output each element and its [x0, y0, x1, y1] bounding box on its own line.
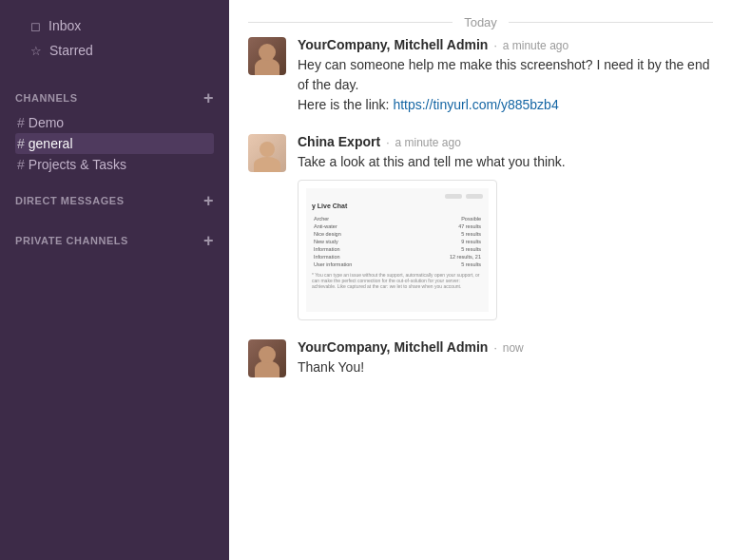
add-dm-button[interactable]: +: [203, 192, 214, 209]
channel-general-label: general: [29, 136, 73, 151]
sender-name-2: China Export: [298, 134, 380, 149]
table-row: Archer Possible: [312, 215, 483, 222]
sidebar-starred-label: Starred: [49, 43, 93, 58]
channel-projects-label: Projects & Tasks: [29, 157, 126, 172]
channel-item-projects-tasks[interactable]: Projects & Tasks: [15, 154, 214, 175]
preview-pill-2: [466, 194, 483, 199]
preview-row4-col2: 9 results: [405, 238, 483, 245]
sidebar-nav: ◻ Inbox ☆ Starred: [0, 0, 229, 72]
preview-row7-col2: 5 results: [405, 261, 483, 268]
message-list: YourCompany, Mitchell Admin · a minute a…: [229, 37, 732, 396]
message-body-2: China Export · a minute ago Take a look …: [298, 134, 713, 320]
table-row: New study 9 results: [312, 238, 483, 245]
private-channels-label: PRIVATE CHANNELS: [15, 235, 128, 246]
date-divider: Today: [229, 0, 732, 37]
preview-row5-col1: Information: [312, 245, 405, 253]
avatar-mitchell-1: [248, 37, 286, 75]
dm-section: DIRECT MESSAGES +: [0, 192, 229, 215]
image-preview[interactable]: y Live Chat Archer Possible An: [298, 180, 497, 320]
channel-item-general[interactable]: general: [15, 133, 214, 154]
table-row: Nice design 5 results: [312, 230, 483, 238]
sidebar-item-starred[interactable]: ☆ Starred: [15, 38, 214, 63]
preview-row2-col2: 47 results: [405, 222, 483, 230]
sidebar-inbox-label: Inbox: [48, 18, 81, 33]
sidebar-item-inbox[interactable]: ◻ Inbox: [15, 13, 214, 38]
preview-table: Archer Possible Anti-water 47 results Ni…: [312, 213, 483, 268]
preview-pill-1: [445, 194, 462, 199]
table-row: Information 12 results, 21: [312, 253, 483, 261]
add-channel-button[interactable]: +: [203, 89, 214, 106]
msg1-line1: Hey can someone help me make this screen…: [298, 57, 709, 92]
avatar-china: [248, 134, 286, 172]
channel-demo-label: Demo: [29, 115, 64, 130]
preview-row5-col2: 5 results: [405, 245, 483, 253]
preview-content: y Live Chat Archer Possible An: [306, 188, 489, 312]
message-header-1: YourCompany, Mitchell Admin · a minute a…: [298, 37, 713, 52]
private-channels-header: PRIVATE CHANNELS +: [15, 232, 214, 249]
sender-name-1: YourCompany, Mitchell Admin: [298, 37, 488, 52]
preview-row1-col1: Archer: [312, 215, 405, 222]
timestamp-prefix-3: ·: [493, 341, 496, 355]
preview-footer: * You can type an issue without the supp…: [312, 272, 483, 289]
sender-name-3: YourCompany, Mitchell Admin: [298, 339, 488, 355]
date-label: Today: [464, 15, 497, 29]
message-header-3: YourCompany, Mitchell Admin · now: [298, 339, 713, 355]
preview-row6-col2: 12 results, 21: [405, 253, 483, 261]
message-3: YourCompany, Mitchell Admin · now Thank …: [248, 339, 713, 377]
message-2: China Export · a minute ago Take a look …: [248, 134, 713, 320]
msg2-line1: Take a look at this and tell me what you…: [298, 154, 566, 169]
preview-title: y Live Chat: [312, 203, 483, 209]
message-text-1: Hey can someone help me make this screen…: [298, 55, 713, 115]
channels-label: CHANNELS: [15, 92, 78, 104]
preview-row1-col2: Possible: [405, 215, 483, 222]
message-text-3: Thank You!: [298, 357, 713, 377]
message-1: YourCompany, Mitchell Admin · a minute a…: [248, 37, 713, 115]
avatar-mitchell-3: [248, 339, 286, 377]
preview-row3-col1: Nice design: [312, 230, 405, 238]
preview-top-bar: [312, 194, 483, 199]
table-row: Anti-water 47 results: [312, 222, 483, 230]
preview-row4-col1: New study: [312, 238, 405, 245]
timestamp-1: a minute ago: [503, 39, 568, 52]
message-header-2: China Export · a minute ago: [298, 134, 713, 149]
message-body-1: YourCompany, Mitchell Admin · a minute a…: [298, 37, 713, 115]
timestamp-prefix-1: ·: [493, 39, 496, 52]
timestamp-3: now: [503, 341, 524, 355]
timestamp-prefix-2: ·: [386, 136, 389, 149]
message-text-2: Take a look at this and tell me what you…: [298, 152, 713, 172]
dm-label: DIRECT MESSAGES: [15, 195, 125, 206]
timestamp-2: a minute ago: [395, 136, 460, 149]
msg3-line1: Thank You!: [298, 359, 364, 375]
inbox-icon: ◻: [30, 19, 41, 33]
dm-header: DIRECT MESSAGES +: [15, 192, 214, 209]
star-icon: ☆: [30, 44, 42, 58]
preview-row3-col2: 5 results: [405, 230, 483, 238]
channels-section: CHANNELS + Demo general Projects & Tasks: [0, 89, 229, 175]
msg1-link[interactable]: https://tinyurl.com/y885bzb4: [393, 97, 558, 112]
sidebar: ◻ Inbox ☆ Starred CHANNELS + Demo genera…: [0, 0, 229, 560]
private-channels-section: PRIVATE CHANNELS +: [0, 232, 229, 255]
message-body-3: YourCompany, Mitchell Admin · now Thank …: [298, 339, 713, 377]
table-row: Information 5 results: [312, 245, 483, 253]
channel-item-demo[interactable]: Demo: [15, 112, 214, 133]
main-content: Today YourCompany, Mitchell Admin · a mi…: [229, 0, 732, 560]
preview-row2-col1: Anti-water: [312, 222, 405, 230]
channels-header: CHANNELS +: [15, 89, 214, 106]
add-private-channel-button[interactable]: +: [203, 232, 214, 249]
msg1-line2: Here is the link:: [298, 97, 389, 112]
table-row: User information 5 results: [312, 261, 483, 268]
preview-row6-col1: Information: [312, 253, 405, 261]
preview-row7-col1: User information: [312, 261, 405, 268]
